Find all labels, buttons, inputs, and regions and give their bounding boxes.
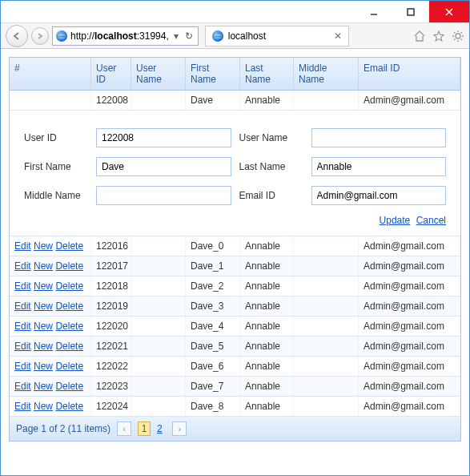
delete-link[interactable]: Delete xyxy=(55,301,83,312)
cell-actions: Edit New Delete xyxy=(10,236,91,256)
header-middle-name[interactable]: Middle Name xyxy=(294,58,359,90)
cell-actions: Edit New Delete xyxy=(10,276,91,296)
input-user-name[interactable] xyxy=(311,128,447,147)
table-row: Edit New Delete122018Dave_2AnnableAdmin@… xyxy=(10,276,460,296)
cell-user-id: 122020 xyxy=(91,317,131,336)
cell-user-id: 122023 xyxy=(91,377,131,396)
input-first-name[interactable] xyxy=(96,157,231,176)
browser-tab[interactable]: localhost ✕ xyxy=(205,26,349,46)
pager-next-button[interactable]: › xyxy=(172,422,187,436)
new-link[interactable]: New xyxy=(34,321,53,332)
edit-link[interactable]: Edit xyxy=(14,341,31,352)
delete-link[interactable]: Delete xyxy=(55,280,83,292)
edit-link[interactable]: Edit xyxy=(14,280,31,292)
cell-first-name: Dave_5 xyxy=(186,337,240,356)
input-email-id[interactable] xyxy=(311,186,447,205)
ie-icon xyxy=(212,30,223,42)
table-row: Edit New Delete122021Dave_5AnnableAdmin@… xyxy=(10,337,460,357)
delete-link[interactable]: Delete xyxy=(55,341,83,352)
chevron-down-icon[interactable]: ▾ xyxy=(172,30,180,42)
edit-link[interactable]: Edit xyxy=(14,260,31,272)
cell-first-name: Dave_0 xyxy=(186,236,240,256)
delete-link[interactable]: Delete xyxy=(55,240,83,252)
svg-line-9 xyxy=(454,32,456,34)
browser-window: http://localhost:31994, ▾ ↻ localhost ✕ … xyxy=(0,0,470,476)
maximize-button[interactable] xyxy=(392,1,429,22)
new-link[interactable]: New xyxy=(34,240,53,252)
cell-middle-name xyxy=(294,91,359,110)
cell-middle-name xyxy=(294,377,359,396)
update-link[interactable]: Update xyxy=(380,215,411,226)
cell-user-id: 122024 xyxy=(91,397,131,416)
input-last-name[interactable] xyxy=(311,157,447,176)
delete-link[interactable]: Delete xyxy=(55,260,83,272)
cell-last-name: Annable xyxy=(240,256,294,276)
input-user-id[interactable] xyxy=(96,128,231,147)
cancel-link[interactable]: Cancel xyxy=(416,215,446,226)
header-user-name[interactable]: User Name xyxy=(131,58,186,90)
svg-line-12 xyxy=(461,32,463,34)
cell-user-id: 122018 xyxy=(91,276,131,296)
table-row: Edit New Delete122017Dave_1AnnableAdmin@… xyxy=(10,256,460,276)
input-middle-name[interactable] xyxy=(96,186,231,205)
gear-icon[interactable] xyxy=(452,30,464,42)
cell-last-name: Annable xyxy=(240,296,294,316)
table-row: Edit New Delete122022Dave_6AnnableAdmin@… xyxy=(10,357,460,377)
cell-middle-name xyxy=(294,397,359,416)
header-actions[interactable]: # xyxy=(10,58,91,90)
cell-email-id: Admin@gmail.com xyxy=(359,377,460,396)
edit-link[interactable]: Edit xyxy=(14,240,31,252)
delete-link[interactable]: Delete xyxy=(55,381,83,392)
pager-prev-button[interactable]: ‹ xyxy=(117,422,131,436)
header-first-name[interactable]: First Name xyxy=(186,58,240,90)
browser-toolbar: http://localhost:31994, ▾ ↻ localhost ✕ xyxy=(1,23,469,49)
new-link[interactable]: New xyxy=(34,280,53,292)
delete-link[interactable]: Delete xyxy=(55,321,83,332)
pager-summary: Page 1 of 2 (11 items) xyxy=(16,423,110,434)
cell-user-name xyxy=(131,317,186,336)
forward-button[interactable] xyxy=(31,27,49,45)
cell-user-id: 122016 xyxy=(91,236,131,256)
new-link[interactable]: New xyxy=(34,361,53,372)
minimize-button[interactable] xyxy=(356,1,392,22)
cell-first-name: Dave_6 xyxy=(186,357,240,376)
pager: Page 1 of 2 (11 items) ‹ 1 2 › xyxy=(10,417,460,441)
delete-link[interactable]: Delete xyxy=(55,361,83,372)
close-button[interactable] xyxy=(429,1,469,22)
edit-link[interactable]: Edit xyxy=(14,381,31,392)
cell-last-name: Annable xyxy=(240,357,294,376)
cell-last-name: Annable xyxy=(240,337,294,356)
cell-middle-name xyxy=(294,317,359,336)
cell-actions: Edit New Delete xyxy=(10,296,91,316)
header-user-id[interactable]: User ID xyxy=(91,58,131,90)
cell-user-name xyxy=(131,276,186,296)
header-email-id[interactable]: Email ID xyxy=(359,58,460,90)
new-link[interactable]: New xyxy=(34,301,53,312)
cell-user-id: 122008 xyxy=(91,91,131,110)
delete-link[interactable]: Delete xyxy=(55,401,83,412)
cell-user-name xyxy=(131,337,186,356)
edit-link[interactable]: Edit xyxy=(14,321,31,332)
header-last-name[interactable]: Last Name xyxy=(240,58,294,90)
address-bar[interactable]: http://localhost:31994, ▾ ↻ xyxy=(52,26,199,46)
edit-link[interactable]: Edit xyxy=(14,401,31,412)
tab-close-icon[interactable]: ✕ xyxy=(334,30,342,42)
edit-link[interactable]: Edit xyxy=(14,301,31,312)
new-link[interactable]: New xyxy=(34,341,53,352)
cell-user-id: 122017 xyxy=(91,256,131,276)
cell-email-id: Admin@gmail.com xyxy=(359,91,460,110)
edit-form: User ID User Name First Name Last Name xyxy=(10,111,460,236)
new-link[interactable]: New xyxy=(34,260,53,272)
cell-user-id: 122021 xyxy=(91,337,131,356)
edit-link[interactable]: Edit xyxy=(14,361,31,372)
refresh-icon[interactable]: ↻ xyxy=(183,30,195,42)
new-link[interactable]: New xyxy=(34,401,53,412)
back-button[interactable] xyxy=(6,25,28,47)
new-link[interactable]: New xyxy=(34,381,53,392)
tab-title: localhost xyxy=(228,30,266,42)
star-icon[interactable] xyxy=(432,30,445,42)
pager-page-2[interactable]: 2 xyxy=(153,422,166,436)
pager-page-1[interactable]: 1 xyxy=(138,422,151,436)
home-icon[interactable] xyxy=(413,30,426,42)
cell-email-id: Admin@gmail.com xyxy=(359,397,460,416)
